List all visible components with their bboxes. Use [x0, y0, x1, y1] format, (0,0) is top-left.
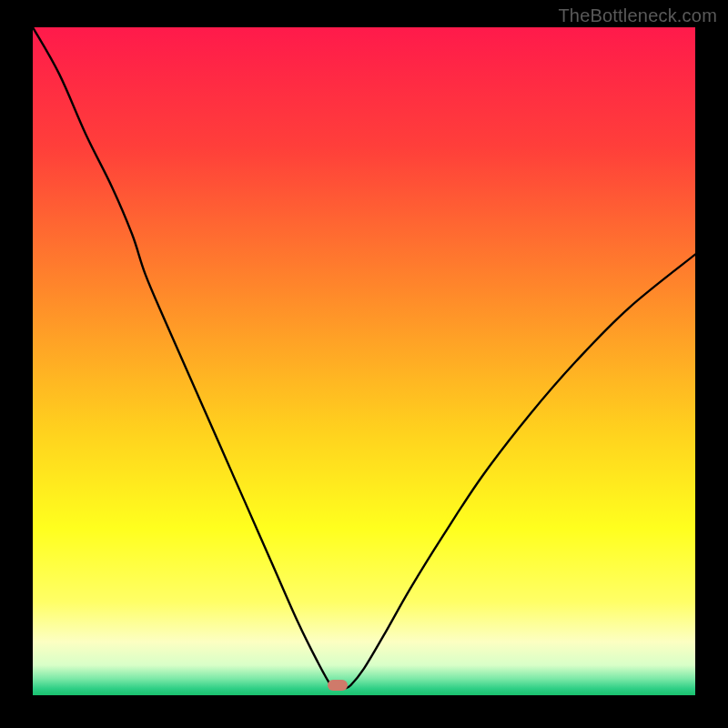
- chart-stage: TheBottleneck.com: [0, 0, 728, 728]
- bottleneck-curve: [33, 27, 695, 695]
- optimal-marker: [328, 680, 348, 691]
- watermark-text: TheBottleneck.com: [558, 5, 717, 26]
- plot-area: [33, 27, 695, 695]
